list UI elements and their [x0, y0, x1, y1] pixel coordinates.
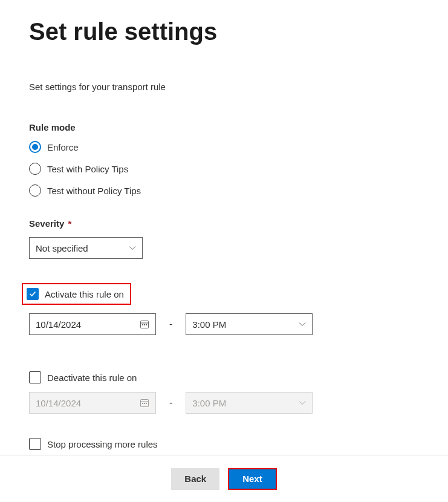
activate-time-value: 3:00 PM [192, 319, 226, 330]
chevron-down-icon [299, 399, 306, 406]
activate-date-value: 10/14/2024 [36, 319, 81, 330]
svg-rect-9 [146, 403, 147, 404]
severity-dropdown[interactable]: Not specified [29, 237, 143, 259]
stop-processing-checkbox-row[interactable]: Stop processing more rules [29, 438, 419, 450]
rule-mode-radio-group: Enforce Test with Policy Tips Test witho… [29, 141, 419, 197]
svg-rect-4 [146, 324, 147, 325]
stop-label: Stop processing more rules [47, 439, 158, 449]
checkbox-icon [27, 288, 39, 300]
radio-label: Test without Policy Tips [47, 186, 141, 196]
footer-bar: Back Next [0, 455, 448, 502]
deactivate-time-dropdown: 3:00 PM [186, 392, 313, 414]
back-button[interactable]: Back [171, 468, 219, 490]
svg-rect-2 [142, 324, 143, 325]
chevron-down-icon [129, 244, 136, 252]
activate-date-input[interactable]: 10/14/2024 [29, 313, 156, 335]
svg-rect-7 [142, 403, 143, 404]
radio-icon [29, 141, 41, 153]
svg-rect-8 [144, 403, 145, 404]
deactivate-date-input: 10/14/2024 [29, 392, 156, 414]
severity-value: Not specified [36, 243, 88, 253]
chevron-down-icon [299, 321, 306, 328]
radio-enforce[interactable]: Enforce [29, 141, 419, 153]
radio-label: Test with Policy Tips [47, 164, 128, 174]
checkbox-icon [29, 371, 41, 383]
activate-highlight: Activate this rule on [22, 283, 131, 305]
radio-icon [29, 184, 41, 197]
separator: - [169, 319, 172, 330]
activate-time-dropdown[interactable]: 3:00 PM [186, 313, 313, 335]
radio-icon [29, 163, 41, 175]
deactivate-date-value: 10/14/2024 [36, 398, 81, 408]
deactivate-label: Deactivate this rule on [47, 373, 137, 383]
checkbox-icon [29, 438, 41, 450]
rule-mode-label: Rule mode [29, 122, 419, 132]
page-title: Set rule settings [29, 18, 419, 45]
deactivate-checkbox-row[interactable]: Deactivate this rule on [29, 371, 419, 383]
severity-label: Severity * [29, 218, 419, 229]
page-subtitle: Set settings for your transport rule [29, 82, 419, 92]
separator: - [169, 397, 172, 408]
deactivate-time-value: 3:00 PM [192, 398, 226, 408]
radio-test-without-tips[interactable]: Test without Policy Tips [29, 184, 419, 197]
activate-label: Activate this rule on [45, 289, 124, 299]
activate-checkbox-row[interactable]: Activate this rule on [27, 288, 124, 300]
radio-test-with-tips[interactable]: Test with Policy Tips [29, 163, 419, 175]
svg-rect-3 [144, 324, 145, 325]
calendar-icon [140, 398, 149, 408]
next-button[interactable]: Next [228, 468, 277, 490]
required-mark: * [68, 218, 72, 229]
radio-label: Enforce [47, 142, 79, 152]
calendar-icon [140, 319, 149, 329]
